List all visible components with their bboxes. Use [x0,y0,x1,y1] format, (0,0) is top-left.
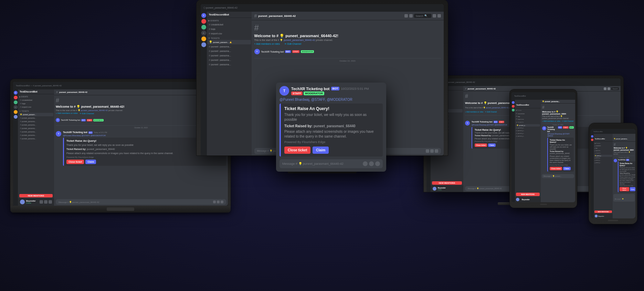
laptop-ticket-3[interactable]: #puneet_parasma... [19,120,53,123]
tablet-ticket-3[interactable]: #puneet_p... [515,129,541,132]
phone-ch-logs[interactable]: #logs [594,147,613,150]
tablet-ch-logs[interactable]: #logs [515,115,541,118]
laptop-close-ticket-btn[interactable]: Close ticket [66,160,84,164]
laptop-ticket-active[interactable]: 💡puneet_parasm... [19,113,53,116]
laptop-edit-channel[interactable]: ✏ Edit Channel [80,112,94,115]
phone-icon-red[interactable] [591,139,593,141]
server-icon-t[interactable]: T [201,13,206,18]
tablet-add-members[interactable]: + Add members or roles [542,120,560,122]
laptop-icon-purple[interactable] [14,115,18,119]
server-icon-orange[interactable] [201,36,206,41]
laptop-add-members[interactable]: + Add members or roles [56,112,78,115]
laptop-icon-green[interactable] [14,100,18,104]
channel-export-csv[interactable]: # export-csv [208,31,251,36]
phone-claim-btn[interactable]: Claim [630,187,635,191]
tablet-ticket-4[interactable]: #puneet_p... [515,132,541,135]
popup-emoji-icon[interactable] [363,161,368,166]
add-members-link[interactable]: + Add members or roles [254,43,280,45]
server-icon-red[interactable] [201,19,206,24]
tablet-claim-btn[interactable]: Claim [563,167,571,170]
popup-gif-icon[interactable] [369,161,374,166]
laptop-ticket-4[interactable]: #puneet_parasma... [19,123,53,127]
laptop-sticker-icon[interactable] [221,201,223,203]
tablet-ticket-5[interactable]: #puneet_p... [515,135,541,138]
ticket-channel-3[interactable]: # puneet_parasma... [208,49,251,53]
tablet-new-mentions[interactable]: NEW MENTIONS [516,193,540,196]
laptop-gif-icon[interactable] [217,201,220,203]
laptop-claim-btn[interactable]: Claim [85,160,96,164]
ticket-channel-6[interactable]: # puneet_parasma... [208,62,251,67]
right-add-members[interactable]: + Add members or roles [465,111,483,113]
emoji-icon[interactable] [426,149,429,153]
right-members-icon[interactable] [608,87,610,90]
pin-icon[interactable] [404,14,408,18]
inbox-icon[interactable] [433,14,436,18]
tablet-input[interactable]: Message # 💡 puneet... [542,174,574,178]
right-close-btn[interactable]: Close ticket [475,143,487,147]
laptop-message-input[interactable]: Message # 💡 puneet_parasmani_66440-42 [56,199,226,205]
right-new-mentions[interactable]: NEW MENTIONS [432,181,462,185]
phone-ticket-2[interactable]: #puneet_p... [594,157,613,159]
phone-ticket-3[interactable]: #puneet_p... [594,159,613,162]
ticket-channel-5[interactable]: # puneet_parasma... [208,58,251,62]
tablet-ch-export[interactable]: #export-csv [515,118,541,120]
laptop-channel-logs[interactable]: #logs [19,102,53,105]
laptop-ticket-7[interactable]: #puneet_parasma... [19,133,53,137]
phone-ticket-4[interactable]: #puneet_p... [594,162,613,164]
right-claim-btn[interactable]: Claim [488,143,496,147]
tablet-ticket-active[interactable]: 💡puneet_p... [516,124,540,127]
phone-ch-export[interactable]: #export-csv [594,150,613,152]
laptop-settings-icon[interactable] [49,200,52,204]
popup-sticker-icon[interactable] [375,161,380,166]
phone-icon-t[interactable] [591,135,593,138]
phone-close-btn[interactable]: Close ticket [620,187,629,191]
tablet-close-btn[interactable]: Close ticket [550,167,562,170]
popup-close-ticket-btn[interactable]: Close ticket [284,147,310,154]
search-bar[interactable]: Search 🔍 [414,14,431,18]
laptop-ticket-2[interactable]: #puneet_parasma... [19,116,53,120]
gif-icon[interactable] [430,149,434,153]
tablet-home-button[interactable] [540,204,547,205]
laptop-channel-export[interactable]: #export-csv [19,105,53,109]
popup-input-bar[interactable]: Message # 💡 puneet_parasmani_66440-42 [279,159,383,168]
laptop-headset-icon[interactable] [44,200,47,204]
laptop-icon-sb[interactable]: sb [14,105,18,109]
channel-logs[interactable]: # logs [208,27,251,31]
sticker-icon[interactable] [435,149,438,153]
channel-createticket[interactable]: # createticket [208,22,251,27]
phone-new-mentions[interactable]: NEW MENTIONS [594,211,612,213]
laptop-ticket-6[interactable]: #puneet_parasma... [19,130,53,133]
help-icon[interactable] [437,14,441,18]
popup-embed-field: Ticket Raised by: puneet_parasmani_66440 [284,124,379,128]
tablet-icon-green[interactable] [512,109,515,111]
ticket-channel-active[interactable]: 💡 puneet_parasm... 🔔 [208,40,251,44]
right-search-bar[interactable]: Search [611,87,619,90]
ticket-channel-4[interactable]: # puneet_parasma... [208,53,251,58]
laptop-emoji-icon[interactable] [213,201,216,203]
tablet-icon-t[interactable] [512,101,515,104]
laptop-ticket-8[interactable]: #puneet_parasma... [19,137,53,140]
phone-input[interactable]: Message # 💡... [613,194,635,202]
laptop-channel-createticket[interactable]: #createticket [19,98,53,102]
phone-home-button[interactable] [608,220,618,221]
right-pin-icon[interactable] [604,87,606,90]
laptop-icon-t[interactable]: T [14,91,18,95]
server-icon-purple[interactable] [201,42,206,47]
popup-claim-btn[interactable]: Claim [313,147,329,154]
tablet-ch-createticket[interactable]: #createticket [515,112,541,115]
right-edit-channel[interactable]: ✏ Edit Channel [485,111,497,113]
edit-channel-link[interactable]: ✏ Edit Channel [285,43,301,45]
laptop-mic-icon[interactable] [40,200,43,204]
tablet-icon-red[interactable] [512,105,515,108]
server-icon-green[interactable] [201,25,206,30]
members-icon[interactable] [409,14,413,18]
server-icon-sb[interactable]: sb [201,31,206,35]
phone-ch-createticket[interactable]: #createticket [594,145,613,147]
laptop-new-mentions[interactable]: NEW MENTIONS [19,194,53,197]
laptop-icon-red[interactable] [14,96,18,99]
tablet-ticket-2[interactable]: #puneet_p... [515,127,541,129]
laptop-ticket-5[interactable]: #puneet_parasma... [19,127,53,130]
ticket-channel-2[interactable]: # puneet_parasma... [208,44,251,49]
tablet-edit-channel[interactable]: ✏ Edit Channel [562,120,573,122]
laptop-icon-fuel[interactable] [14,110,18,114]
